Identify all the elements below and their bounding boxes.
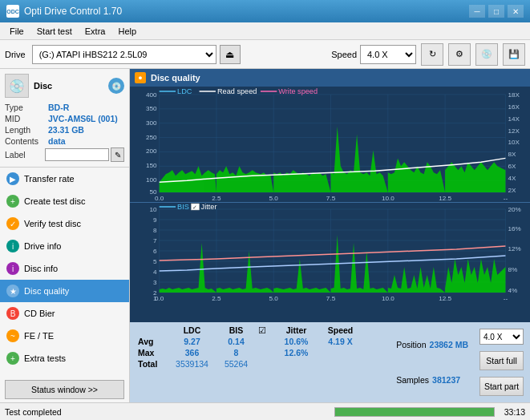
type-value: BD-R: [48, 103, 69, 112]
svg-text:Read speed: Read speed: [217, 87, 257, 95]
position-row: Position 23862 MB: [396, 340, 468, 349]
titlebar-left: ODC Opti Drive Control 1.70: [6, 5, 122, 18]
sidebar-item-disc-info[interactable]: i Disc info: [0, 257, 129, 280]
refresh-button[interactable]: ↻: [421, 43, 443, 66]
label-edit-button[interactable]: ✎: [111, 147, 124, 162]
content-area: ● Disc quality: [130, 69, 530, 402]
disc-icon-area: 💿: [108, 78, 124, 94]
speed-header: Speed: [318, 325, 362, 335]
drive-select[interactable]: (G:) ATAPI iHBS212 2.5L09: [32, 45, 216, 64]
total-bis: 55264: [214, 359, 258, 369]
svg-text:350: 350: [146, 105, 157, 112]
svg-text:8%: 8%: [508, 266, 518, 273]
settings-button[interactable]: ⚙: [448, 43, 471, 66]
chart-speed-select[interactable]: 4.0 X: [479, 329, 524, 345]
drive-info-label: Drive info: [24, 241, 61, 251]
disc-quality-label: Disc quality: [24, 286, 69, 296]
contents-value: data: [48, 136, 66, 146]
mid-label: MID: [5, 114, 48, 123]
svg-text:7.5: 7.5: [326, 295, 336, 302]
start-part-button[interactable]: Start part: [479, 377, 524, 396]
eject-button[interactable]: ⏏: [220, 45, 241, 64]
menu-help[interactable]: Help: [111, 25, 143, 38]
sidebar-item-transfer-rate[interactable]: ▶ Transfer rate: [0, 168, 129, 190]
sidebar-item-disc-quality[interactable]: ★ Disc quality: [0, 280, 129, 302]
svg-text:7.5: 7.5: [326, 195, 336, 202]
speed-label: Speed: [331, 50, 357, 59]
svg-text:2X: 2X: [508, 187, 517, 194]
status-time: 33:13: [504, 407, 525, 417]
sidebar-item-create-test-disc[interactable]: + Create test disc: [0, 190, 129, 212]
jitter-check: ☑: [258, 325, 274, 335]
svg-text:400: 400: [146, 91, 157, 99]
app-title: Opti Drive Control 1.70: [24, 6, 122, 17]
position-label: Position: [396, 340, 426, 349]
avg-speed: 4.19 X: [318, 337, 362, 346]
status-window-button[interactable]: Status window >>: [5, 380, 124, 399]
verify-test-disc-label: Verify test disc: [24, 219, 81, 228]
svg-text:150: 150: [146, 162, 157, 169]
samples-label: Samples: [396, 375, 429, 385]
fe-te-label: FE / TE: [24, 331, 54, 341]
nav-items: ▶ Transfer rate + Create test disc ✓ Ver…: [0, 168, 129, 377]
minimize-button[interactable]: ─: [469, 5, 485, 18]
disc-button[interactable]: 💿: [475, 43, 498, 66]
max-jitter: 12.6%: [274, 348, 318, 357]
toolbar: Drive (G:) ATAPI iHBS212 2.5L09 ⏏ Speed …: [0, 40, 530, 69]
maximize-button[interactable]: □: [488, 5, 504, 18]
transfer-rate-label: Transfer rate: [24, 174, 75, 184]
sidebar-item-drive-info[interactable]: i Drive info: [0, 235, 129, 257]
top-chart-svg: 400 350 300 250 200 150 100 50 18X 16X 1…: [130, 87, 530, 202]
chart-title: Disc quality: [151, 73, 200, 83]
svg-text:9: 9: [153, 216, 157, 224]
disc-info-icon: i: [6, 262, 19, 275]
length-value: 23.31 GB: [48, 125, 84, 135]
status-text: Test completed: [5, 407, 328, 417]
drive-info-icon: i: [6, 240, 19, 252]
sidebar-item-cd-bier[interactable]: B CD Bier: [0, 302, 129, 325]
svg-text:16X: 16X: [508, 103, 520, 111]
jitter-header: Jitter: [274, 325, 318, 335]
label-input[interactable]: [45, 148, 109, 161]
max-label: Max: [138, 348, 170, 357]
buttons-area: 4.0 X Start full Start part: [475, 325, 528, 399]
start-full-button[interactable]: Start full: [479, 351, 524, 370]
svg-text:10.0: 10.0: [382, 195, 394, 202]
fe-te-icon: ~: [6, 329, 19, 342]
menubar: File Start test Extra Help: [0, 22, 530, 40]
svg-text:7: 7: [153, 237, 157, 244]
svg-text:20%: 20%: [508, 206, 521, 213]
sidebar-item-verify-test-disc[interactable]: ✓ Verify test disc: [0, 212, 129, 235]
svg-text:14X: 14X: [508, 115, 520, 123]
svg-text:12.5: 12.5: [439, 295, 451, 302]
disc-info-label: Disc info: [24, 264, 58, 273]
menu-extra[interactable]: Extra: [79, 25, 112, 38]
disc-info-panel: 💿 Disc 💿 Type BD-R MID JVC-AMS6L (001) L…: [0, 69, 129, 168]
create-test-disc-icon: +: [6, 195, 19, 208]
svg-text:6: 6: [153, 248, 157, 255]
svg-text:✓: ✓: [192, 204, 197, 210]
save-button[interactable]: 💾: [503, 43, 525, 66]
sidebar-item-extra-tests[interactable]: + Extra tests: [0, 347, 129, 370]
svg-text:10X: 10X: [508, 139, 520, 147]
sidebar: 💿 Disc 💿 Type BD-R MID JVC-AMS6L (001) L…: [0, 69, 130, 402]
drive-label: Drive: [5, 50, 26, 59]
disc-section-label: Disc: [34, 81, 52, 91]
menu-start-test[interactable]: Start test: [30, 25, 79, 38]
ldc-header: LDC: [170, 325, 214, 335]
disc-icon-small: 💿: [108, 78, 124, 94]
sidebar-item-fe-te[interactable]: ~ FE / TE: [0, 325, 129, 347]
disc-mid-row: MID JVC-AMS6L (001): [5, 114, 124, 123]
svg-text:2.5: 2.5: [212, 195, 221, 202]
svg-text:250: 250: [146, 134, 157, 141]
max-bis: 8: [214, 348, 258, 357]
svg-text:100: 100: [146, 176, 157, 184]
svg-text:5.0: 5.0: [269, 295, 279, 302]
extra-tests-label: Extra tests: [24, 353, 66, 363]
chart-icon: ●: [135, 72, 146, 83]
menu-file[interactable]: File: [3, 25, 30, 38]
close-button[interactable]: ✕: [508, 5, 524, 18]
svg-text:4: 4: [153, 269, 157, 276]
disc-length-row: Length 23.31 GB: [5, 125, 124, 135]
speed-select[interactable]: 4.0 X: [360, 45, 416, 64]
